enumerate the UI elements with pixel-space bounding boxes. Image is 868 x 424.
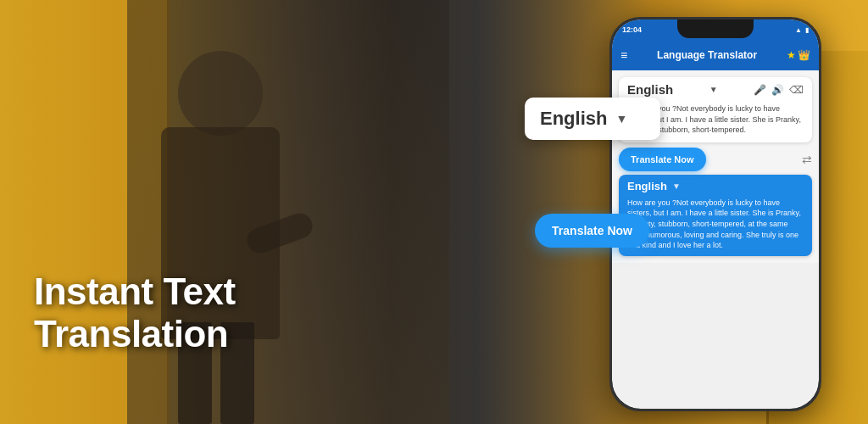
star-icon-1: ★: [787, 49, 796, 61]
output-text: How are you ?Not everybody is lucky to h…: [627, 198, 804, 251]
source-lang-label: English: [627, 82, 673, 97]
status-icons: ▲ ▮: [795, 26, 809, 34]
hamburger-menu-icon[interactable]: ≡: [620, 48, 627, 62]
phone-screen: 12:04 ▲ ▮ ≡ Language Translator ★ 👑 Engl…: [612, 20, 819, 409]
headline-line1: Instant Text: [34, 271, 236, 314]
headline: Instant Text Translation: [34, 271, 236, 356]
status-time: 12:04: [622, 25, 642, 34]
target-lang-selector[interactable]: English ▼: [627, 180, 804, 192]
headline-line2: Translation: [34, 313, 236, 356]
translate-now-button[interactable]: Translate Now: [619, 148, 706, 171]
phone-mockup: 12:04 ▲ ▮ ≡ Language Translator ★ 👑 Engl…: [609, 17, 821, 411]
floating-language-label: English: [540, 108, 607, 130]
source-lang-icons: 🎤 🔊 ⌫: [754, 84, 804, 96]
source-lang-selector[interactable]: English ▼ 🎤 🔊 ⌫: [627, 82, 804, 97]
floating-translate-button[interactable]: Translate Now: [535, 214, 649, 248]
delete-icon[interactable]: ⌫: [789, 84, 804, 96]
battery-icon: ▮: [805, 26, 809, 34]
crown-icon: 👑: [798, 49, 810, 61]
source-lang-dropdown[interactable]: ▼: [709, 85, 718, 94]
translate-row: Translate Now ⇄: [619, 148, 812, 171]
speaker-icon[interactable]: 🔊: [771, 84, 784, 96]
person-area: [127, 0, 449, 424]
app-title: Language Translator: [634, 49, 780, 61]
source-lang-dropdown-icon: ▼: [709, 85, 718, 94]
target-language-card: English ▼ How are you ?Not everybody is …: [619, 175, 812, 256]
target-lang-dropdown-icon: ▼: [672, 181, 681, 191]
shuffle-icon[interactable]: ⇄: [802, 153, 812, 166]
wifi-icon: ▲: [795, 26, 802, 34]
floating-language-selector[interactable]: English ▼: [525, 98, 660, 140]
header-stars: ★ 👑: [787, 49, 810, 61]
mic-icon[interactable]: 🎤: [754, 84, 766, 96]
app-header: ≡ Language Translator ★ 👑: [612, 40, 819, 70]
target-lang-label: English: [627, 180, 667, 192]
floating-dropdown-icon: ▼: [615, 112, 627, 126]
phone-notch: [677, 20, 754, 38]
